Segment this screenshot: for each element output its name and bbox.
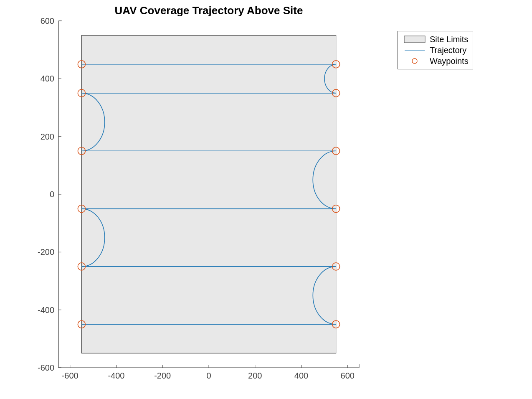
legend-item-trajectory: Trajectory [402,45,469,56]
x-tick-label: 600 [341,371,355,381]
x-tick-label: -200 [154,371,171,381]
y-tick-label: -200 [29,247,54,257]
x-tick-label: 200 [248,371,262,381]
site-limits-rect [81,36,336,353]
y-tick-label: 0 [29,190,54,199]
x-tick-label: 400 [294,371,308,381]
legend-swatch-waypoints [402,56,427,66]
y-tick-label: 400 [29,74,54,84]
x-tick-label: 0 [206,371,211,381]
y-tick-label: -600 [29,363,54,373]
legend-swatch-trajectory [402,46,427,55]
y-tick-label: 600 [29,16,54,26]
legend-label-site: Site Limits [430,35,468,44]
svg-point-20 [412,58,417,64]
svg-rect-18 [404,36,425,43]
legend: Site Limits Trajectory Waypoints [398,31,473,69]
legend-item-site: Site Limits [402,34,469,45]
legend-swatch-site [402,35,427,44]
legend-label-waypoints: Waypoints [430,56,469,66]
x-tick-label: -600 [62,371,79,381]
y-tick-label: 200 [29,132,54,141]
legend-label-trajectory: Trajectory [430,46,466,55]
y-tick-label: -400 [29,305,54,315]
legend-item-waypoints: Waypoints [402,56,469,66]
x-tick-label: -400 [108,371,124,381]
figure: UAV Coverage Trajectory Above Site -600-… [0,0,532,399]
